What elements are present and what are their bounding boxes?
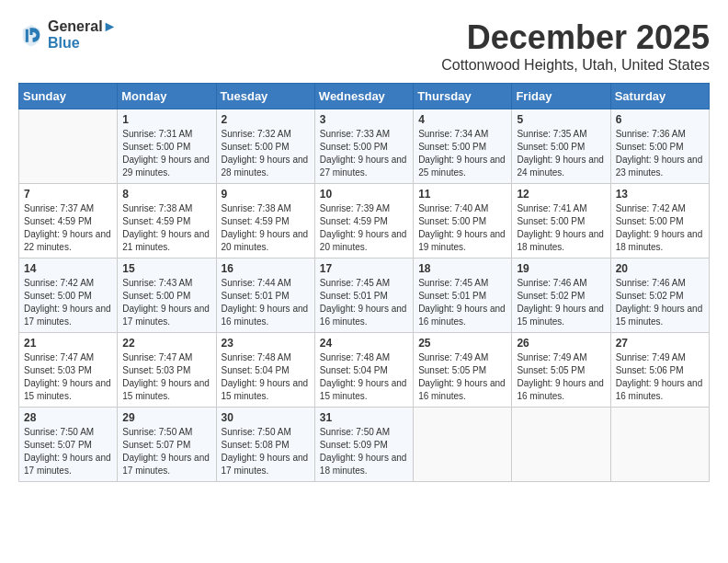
- day-info: Sunrise: 7:34 AMSunset: 5:00 PMDaylight:…: [418, 128, 506, 179]
- day-number: 27: [616, 337, 704, 350]
- calendar-cell: 18Sunrise: 7:45 AMSunset: 5:01 PMDayligh…: [414, 259, 512, 333]
- day-info: Sunrise: 7:35 AMSunset: 5:00 PMDaylight:…: [517, 128, 605, 179]
- logo: General► Blue: [18, 18, 117, 52]
- calendar-cell: 28Sunrise: 7:50 AMSunset: 5:07 PMDayligh…: [19, 408, 118, 482]
- logo-text: General► Blue: [48, 18, 117, 52]
- day-info: Sunrise: 7:47 AMSunset: 5:03 PMDaylight:…: [24, 351, 112, 403]
- day-info: Sunrise: 7:41 AMSunset: 5:00 PMDaylight:…: [517, 202, 605, 254]
- day-info: Sunrise: 7:49 AMSunset: 5:06 PMDaylight:…: [616, 351, 704, 403]
- location-title: Cottonwood Heights, Utah, United States: [441, 57, 710, 74]
- day-number: 16: [222, 262, 310, 275]
- page-header: General► Blue December 2025 Cottonwood H…: [18, 18, 710, 74]
- calendar-week-2: 7Sunrise: 7:37 AMSunset: 4:59 PMDaylight…: [19, 184, 710, 259]
- day-info: Sunrise: 7:42 AMSunset: 5:00 PMDaylight:…: [24, 277, 112, 328]
- header-sunday: Sunday: [19, 84, 118, 109]
- day-number: 12: [517, 188, 605, 201]
- calendar-cell: 7Sunrise: 7:37 AMSunset: 4:59 PMDaylight…: [19, 184, 118, 259]
- day-info: Sunrise: 7:36 AMSunset: 5:00 PMDaylight:…: [616, 128, 704, 179]
- day-info: Sunrise: 7:38 AMSunset: 4:59 PMDaylight:…: [222, 202, 310, 254]
- day-number: 18: [418, 262, 506, 275]
- logo-icon: [18, 22, 44, 48]
- header-saturday: Saturday: [610, 84, 709, 109]
- calendar-cell: 5Sunrise: 7:35 AMSunset: 5:00 PMDaylight…: [512, 109, 610, 184]
- calendar-cell: 25Sunrise: 7:49 AMSunset: 5:05 PMDayligh…: [414, 333, 512, 408]
- day-number: 2: [222, 113, 310, 126]
- day-info: Sunrise: 7:31 AMSunset: 5:00 PMDaylight:…: [122, 128, 210, 179]
- calendar-cell: 31Sunrise: 7:50 AMSunset: 5:09 PMDayligh…: [314, 408, 413, 482]
- calendar-cell: 13Sunrise: 7:42 AMSunset: 5:00 PMDayligh…: [610, 184, 709, 259]
- calendar-cell: 15Sunrise: 7:43 AMSunset: 5:00 PMDayligh…: [118, 259, 216, 333]
- calendar-cell: 29Sunrise: 7:50 AMSunset: 5:07 PMDayligh…: [118, 408, 216, 482]
- day-number: 26: [517, 337, 605, 350]
- calendar-cell: 9Sunrise: 7:38 AMSunset: 4:59 PMDaylight…: [216, 184, 314, 259]
- day-info: Sunrise: 7:48 AMSunset: 5:04 PMDaylight:…: [222, 351, 310, 403]
- calendar-cell: 19Sunrise: 7:46 AMSunset: 5:02 PMDayligh…: [512, 259, 610, 333]
- day-info: Sunrise: 7:45 AMSunset: 5:01 PMDaylight:…: [320, 277, 408, 328]
- calendar-cell: 30Sunrise: 7:50 AMSunset: 5:08 PMDayligh…: [216, 408, 314, 482]
- day-info: Sunrise: 7:33 AMSunset: 5:00 PMDaylight:…: [320, 128, 408, 179]
- calendar-header-row: SundayMondayTuesdayWednesdayThursdayFrid…: [19, 84, 710, 109]
- day-number: 29: [122, 411, 210, 424]
- calendar-cell: 12Sunrise: 7:41 AMSunset: 5:00 PMDayligh…: [512, 184, 610, 259]
- calendar-cell: 3Sunrise: 7:33 AMSunset: 5:00 PMDaylight…: [314, 109, 413, 184]
- calendar-cell: [512, 408, 610, 482]
- day-info: Sunrise: 7:47 AMSunset: 5:03 PMDaylight:…: [122, 351, 210, 403]
- day-number: 22: [122, 337, 210, 350]
- day-info: Sunrise: 7:50 AMSunset: 5:09 PMDaylight:…: [320, 426, 408, 477]
- day-info: Sunrise: 7:32 AMSunset: 5:00 PMDaylight:…: [222, 128, 310, 179]
- calendar-cell: 1Sunrise: 7:31 AMSunset: 5:00 PMDaylight…: [118, 109, 216, 184]
- day-info: Sunrise: 7:38 AMSunset: 4:59 PMDaylight:…: [122, 202, 210, 254]
- day-info: Sunrise: 7:49 AMSunset: 5:05 PMDaylight:…: [418, 351, 506, 403]
- calendar-cell: 11Sunrise: 7:40 AMSunset: 5:00 PMDayligh…: [414, 184, 512, 259]
- day-info: Sunrise: 7:46 AMSunset: 5:02 PMDaylight:…: [517, 277, 605, 328]
- header-monday: Monday: [118, 84, 216, 109]
- day-number: 11: [418, 188, 506, 201]
- day-info: Sunrise: 7:45 AMSunset: 5:01 PMDaylight:…: [418, 277, 506, 328]
- calendar-cell: 22Sunrise: 7:47 AMSunset: 5:03 PMDayligh…: [118, 333, 216, 408]
- day-number: 30: [222, 411, 310, 424]
- calendar-week-4: 21Sunrise: 7:47 AMSunset: 5:03 PMDayligh…: [19, 333, 710, 408]
- day-number: 3: [320, 113, 408, 126]
- day-info: Sunrise: 7:46 AMSunset: 5:02 PMDaylight:…: [616, 277, 704, 328]
- calendar-week-5: 28Sunrise: 7:50 AMSunset: 5:07 PMDayligh…: [19, 408, 710, 482]
- calendar-cell: 20Sunrise: 7:46 AMSunset: 5:02 PMDayligh…: [610, 259, 709, 333]
- day-info: Sunrise: 7:50 AMSunset: 5:07 PMDaylight:…: [24, 426, 112, 477]
- title-block: December 2025 Cottonwood Heights, Utah, …: [441, 18, 710, 74]
- day-number: 10: [320, 188, 408, 201]
- calendar-cell: 21Sunrise: 7:47 AMSunset: 5:03 PMDayligh…: [19, 333, 118, 408]
- month-title: December 2025: [441, 18, 710, 57]
- day-info: Sunrise: 7:49 AMSunset: 5:05 PMDaylight:…: [517, 351, 605, 403]
- day-number: 31: [320, 411, 408, 424]
- calendar-cell: [610, 408, 709, 482]
- day-number: 9: [222, 188, 310, 201]
- day-number: 4: [418, 113, 506, 126]
- day-number: 19: [517, 262, 605, 275]
- calendar-cell: [414, 408, 512, 482]
- day-number: 14: [24, 262, 112, 275]
- day-number: 15: [122, 262, 210, 275]
- day-number: 7: [24, 188, 112, 201]
- calendar-cell: 23Sunrise: 7:48 AMSunset: 5:04 PMDayligh…: [216, 333, 314, 408]
- day-info: Sunrise: 7:43 AMSunset: 5:00 PMDaylight:…: [122, 277, 210, 328]
- header-friday: Friday: [512, 84, 610, 109]
- day-number: 21: [24, 337, 112, 350]
- day-number: 1: [122, 113, 210, 126]
- day-info: Sunrise: 7:42 AMSunset: 5:00 PMDaylight:…: [616, 202, 704, 254]
- calendar-week-1: 1Sunrise: 7:31 AMSunset: 5:00 PMDaylight…: [19, 109, 710, 184]
- calendar-cell: 27Sunrise: 7:49 AMSunset: 5:06 PMDayligh…: [610, 333, 709, 408]
- calendar-cell: 4Sunrise: 7:34 AMSunset: 5:00 PMDaylight…: [414, 109, 512, 184]
- header-thursday: Thursday: [414, 84, 512, 109]
- day-number: 13: [616, 188, 704, 201]
- day-info: Sunrise: 7:37 AMSunset: 4:59 PMDaylight:…: [24, 202, 112, 254]
- day-number: 6: [616, 113, 704, 126]
- day-number: 20: [616, 262, 704, 275]
- calendar-cell: [19, 109, 118, 184]
- day-number: 24: [320, 337, 408, 350]
- day-info: Sunrise: 7:50 AMSunset: 5:07 PMDaylight:…: [122, 426, 210, 477]
- calendar-table: SundayMondayTuesdayWednesdayThursdayFrid…: [18, 83, 710, 482]
- calendar-cell: 17Sunrise: 7:45 AMSunset: 5:01 PMDayligh…: [314, 259, 413, 333]
- day-info: Sunrise: 7:40 AMSunset: 5:00 PMDaylight:…: [418, 202, 506, 254]
- day-info: Sunrise: 7:50 AMSunset: 5:08 PMDaylight:…: [222, 426, 310, 477]
- day-info: Sunrise: 7:48 AMSunset: 5:04 PMDaylight:…: [320, 351, 408, 403]
- calendar-cell: 16Sunrise: 7:44 AMSunset: 5:01 PMDayligh…: [216, 259, 314, 333]
